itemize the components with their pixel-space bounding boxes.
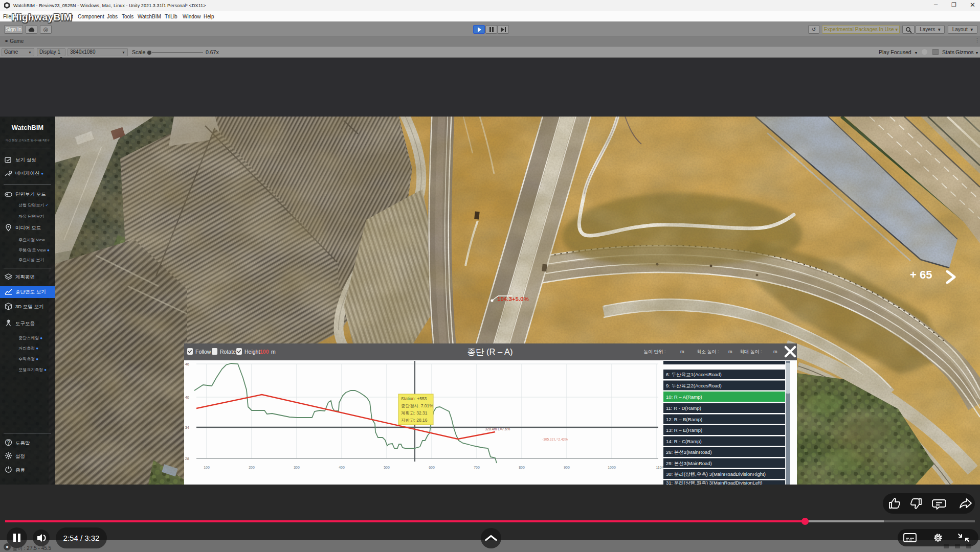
- svg-text:최대 높이 :: 최대 높이 :: [740, 349, 762, 354]
- svg-text:m: m: [680, 349, 684, 354]
- svg-text:10: R – A(Ramp): 10: R – A(Ramp): [666, 394, 702, 400]
- svg-text:계획고: 32.31: 계획고: 32.31: [401, 410, 428, 416]
- svg-text:종단 (R – A): 종단 (R – A): [467, 347, 513, 356]
- svg-text:200: 200: [249, 466, 255, 469]
- svg-text:m: m: [773, 349, 777, 354]
- svg-text:30: 분리(상행,우측) 3(MainRoadDivisi: 30: 분리(상행,우측) 3(MainRoadDivisionRight): [666, 471, 766, 477]
- svg-text:13: R – E(Ramp): 13: R – E(Ramp): [666, 427, 702, 433]
- svg-text:800: 800: [519, 466, 525, 469]
- svg-text:6: 두산육교1(AccesRoad): 6: 두산육교1(AccesRoad): [666, 372, 722, 377]
- svg-text:600: 600: [429, 466, 435, 469]
- svg-text:300: 300: [294, 466, 300, 469]
- svg-text:500: 500: [384, 466, 390, 469]
- svg-text:328.4m L=7.6%: 328.4m L=7.6%: [485, 427, 510, 431]
- svg-text:12: R – B(Ramp): 12: R – B(Ramp): [666, 417, 702, 422]
- svg-text:400: 400: [339, 466, 345, 469]
- svg-text:1104: 1104: [656, 466, 663, 469]
- svg-text:100: 100: [260, 349, 269, 355]
- svg-text:14: R - C(Ramp): 14: R - C(Ramp): [666, 439, 702, 444]
- svg-text:26: 본선2(MainRoad): 26: 본선2(MainRoad): [666, 449, 712, 455]
- svg-text:m: m: [728, 349, 732, 354]
- svg-text:m: m: [271, 349, 276, 355]
- svg-text:11: R - D(Ramp): 11: R - D(Ramp): [666, 405, 701, 411]
- svg-text:31: 분리(상행,좌측) 3(MainRoadDivisi: 31: 분리(상행,좌측) 3(MainRoadDivisionLeft): [666, 480, 762, 485]
- svg-text:700: 700: [474, 466, 480, 469]
- svg-text:28: 28: [185, 456, 189, 461]
- svg-text:종단경사: 7.01%: 종단경사: 7.01%: [401, 403, 433, 408]
- svg-text:100: 100: [204, 466, 210, 469]
- svg-text:900: 900: [564, 466, 570, 469]
- svg-text:지반고: 28.16: 지반고: 28.16: [401, 418, 428, 423]
- svg-text:Rotate: Rotate: [220, 349, 236, 355]
- svg-text:29: 본선3(MainRoad): 29: 본선3(MainRoad): [666, 461, 712, 466]
- svg-text:34: 34: [185, 425, 189, 430]
- svg-text:-305.32 L=2.43%: -305.32 L=2.43%: [542, 438, 568, 441]
- svg-text:최소 높이 :: 최소 높이 :: [697, 349, 719, 354]
- svg-text:46: 46: [185, 362, 189, 366]
- svg-text:Height: Height: [244, 349, 260, 355]
- svg-text:104.3+5.0%: 104.3+5.0%: [497, 296, 529, 302]
- svg-text:1000: 1000: [608, 466, 616, 469]
- svg-text:40: 40: [185, 395, 189, 400]
- svg-text:높이 단위 :: 높이 단위 :: [643, 349, 666, 354]
- svg-text:Station: +553: Station: +553: [401, 396, 427, 401]
- svg-text:Follow: Follow: [195, 349, 211, 355]
- svg-text:9: 두산육교2(AccesRoad): 9: 두산육교2(AccesRoad): [666, 383, 722, 388]
